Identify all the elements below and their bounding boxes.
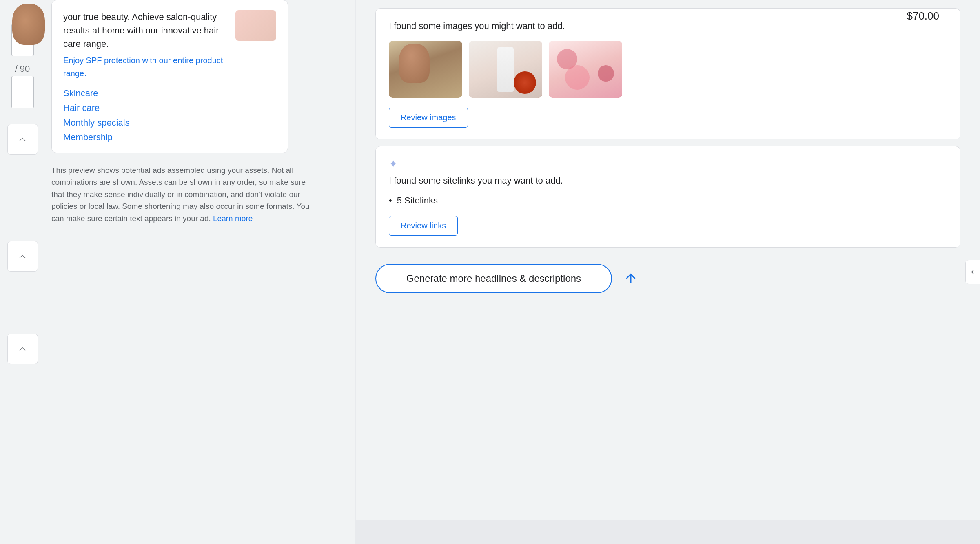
review-links-button[interactable]: Review links [389,216,458,236]
sitelinks-suggestion-card: ✦ I found some sitelinks you may want to… [375,146,960,248]
right-panel: $70.00 I found some images you might wan… [356,0,980,544]
sidebar-controls: / 90 / 90 [0,0,45,544]
img-face-1 [399,44,430,83]
chevron-up-btn-3[interactable] [7,334,38,364]
img-circle-2 [598,65,614,82]
images-suggestion-card: I found some images you might want to ad… [375,8,960,139]
suggested-image-1[interactable] [389,41,462,98]
ad-card-inner: your true beauty. Achieve salon-quality … [63,10,276,80]
generate-headlines-button[interactable]: Generate more headlines & descriptions [375,264,612,293]
collapse-panel-button[interactable] [965,260,980,284]
counter-box-2 [11,76,34,108]
sidebar-groups [7,121,38,364]
sitelinks-list: 5 Sitelinks [389,194,947,208]
disclaimer-text: This preview shows potential ads assembl… [51,166,310,223]
sitelinks-count: 5 Sitelinks [389,194,947,208]
img-flower [514,71,536,94]
char-counter-2: / 90 [11,60,34,108]
counter-2-label: / 90 [15,64,30,74]
send-icon-button[interactable] [619,266,643,291]
generate-area: Generate more headlines & descriptions [375,264,960,306]
ad-link-text: Enjoy SPF protection with our entire pro… [63,54,229,80]
nav-link-skincare[interactable]: Skincare [63,88,276,99]
review-images-button[interactable]: Review images [389,108,468,128]
images-suggestion-title: I found some images you might want to ad… [389,20,947,33]
ad-image-thumbnail [235,10,276,41]
suggested-image-3[interactable] [549,41,622,98]
ad-body-text: your true beauty. Achieve salon-quality … [63,10,229,51]
ad-nav-links: Skincare Hair care Monthly specials Memb… [63,88,276,143]
ad-card-text: your true beauty. Achieve salon-quality … [63,10,229,80]
chevron-up-btn-1[interactable] [7,124,38,155]
suggested-image-2[interactable] [469,41,542,98]
learn-more-link[interactable]: Learn more [213,214,253,223]
nav-link-haircare[interactable]: Hair care [63,103,276,113]
chevron-up-btn-2[interactable] [7,241,38,272]
preview-disclaimer: This preview shows potential ads assembl… [51,164,317,224]
price-label: $70.00 [907,10,939,22]
nav-link-membership[interactable]: Membership [63,132,276,143]
img-circle-3 [565,65,590,90]
left-panel: / 90 / 90 your true beauty. Achieve sal [0,0,355,544]
images-row [389,41,947,98]
main-content-area: your true beauty. Achieve salon-quality … [45,0,355,544]
sitelinks-title: I found some sitelinks you may want to a… [389,175,947,187]
img-bottle [497,47,514,92]
nav-link-monthly-specials[interactable]: Monthly specials [63,117,276,128]
bottom-bar [356,520,980,544]
sparkle-icon: ✦ [389,158,947,170]
ad-preview-card: your true beauty. Achieve salon-quality … [51,0,288,153]
